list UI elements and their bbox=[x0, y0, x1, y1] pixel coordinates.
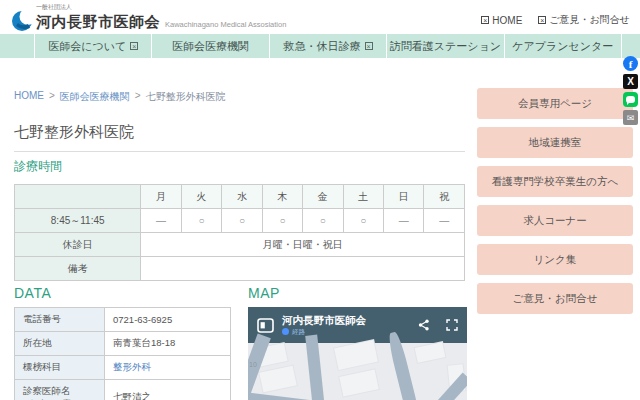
breadcrumb: HOME > 医師会医療機関 > 七野整形外科医院 bbox=[14, 90, 226, 104]
directions-label: 経路 bbox=[292, 328, 305, 336]
slot-fri: ○ bbox=[303, 209, 343, 233]
breadcrumb-home[interactable]: HOME bbox=[14, 90, 44, 104]
map-place-icon[interactable] bbox=[257, 318, 274, 333]
sidebar-item-links[interactable]: リンク集 bbox=[477, 244, 633, 275]
day-header: 月 bbox=[141, 185, 181, 209]
notes-label: 備考 bbox=[15, 257, 141, 281]
sidebar-item-members[interactable]: 会員専用ページ bbox=[477, 88, 633, 119]
nav-item-about[interactable]: 医師会について × bbox=[34, 34, 151, 58]
map-road bbox=[305, 335, 327, 400]
map-building bbox=[334, 340, 378, 370]
schedule-table: 月 火 水 木 金 土 日 祝 8:45～11:45 — ○ ○ ○ ○ ○ —… bbox=[14, 184, 465, 281]
contact-link-label: ご意見・お問合せ bbox=[549, 13, 630, 27]
day-header: 日 bbox=[384, 185, 424, 209]
closed-days-row: 休診日 月曜・日曜・祝日 bbox=[15, 233, 465, 257]
table-row: 診察医師名 （認定医・専門医） 七野清之 bbox=[15, 380, 231, 400]
map-building bbox=[415, 342, 446, 362]
header-utility-links: × HOME × ご意見・お問合せ bbox=[481, 13, 630, 27]
facebook-share-icon[interactable]: f bbox=[623, 56, 638, 71]
page-title: 七野整形外科医院 bbox=[14, 123, 465, 152]
time-slot-label: 8:45～11:45 bbox=[15, 209, 141, 233]
breadcrumb-institutions[interactable]: 医師会医療機関 bbox=[60, 90, 130, 104]
slot-mon: — bbox=[141, 209, 181, 233]
nav-item-label: 救急・休日診療 bbox=[284, 39, 361, 54]
day-header: 祝 bbox=[424, 185, 465, 209]
day-header: 水 bbox=[222, 185, 262, 209]
slot-hol: — bbox=[424, 209, 465, 233]
external-link-icon: × bbox=[365, 42, 373, 50]
map-road-label: 10 bbox=[249, 361, 257, 368]
site-title: 河内長野市医師会 bbox=[36, 13, 160, 32]
table-row: 電話番号 0721-63-6925 bbox=[15, 308, 231, 332]
map-directions-link[interactable]: 経路 bbox=[282, 328, 366, 336]
map-header: 河内長野市医師会 経路 bbox=[248, 307, 467, 343]
external-link-icon: × bbox=[130, 42, 138, 50]
map-canvas[interactable]: 10 bbox=[248, 343, 467, 400]
slot-sun: — bbox=[384, 209, 424, 233]
main-nav: 医師会について × 医師会医療機関 救急・休日診療 × 訪問看護ステーション ケ… bbox=[0, 34, 640, 58]
sidebar-item-contact[interactable]: ご意見・お問合せ bbox=[477, 283, 633, 314]
embedded-map[interactable]: 河内長野市医師会 経路 10 bbox=[248, 307, 467, 400]
schedule-corner-cell bbox=[15, 185, 141, 209]
day-header: 土 bbox=[343, 185, 383, 209]
address-label: 所在地 bbox=[15, 332, 105, 356]
schedule-header-row: 月 火 水 木 金 土 日 祝 bbox=[15, 185, 465, 209]
sidebar-item-jobs[interactable]: 求人コーナー bbox=[477, 205, 633, 236]
sidebar-item-regional-liaison[interactable]: 地域連携室 bbox=[477, 127, 633, 158]
doctor-value: 七野清之 bbox=[105, 380, 231, 400]
nav-item-label: 訪問看護ステーション bbox=[390, 39, 501, 54]
nav-item-institutions[interactable]: 医師会医療機関 bbox=[151, 34, 268, 58]
nav-item-label: 医師会医療機関 bbox=[172, 39, 249, 54]
closed-days-value: 月曜・日曜・祝日 bbox=[141, 233, 465, 257]
nav-item-care-plan[interactable]: ケアプランセンター bbox=[504, 34, 622, 58]
specialty-link[interactable]: 整形外科 bbox=[113, 361, 151, 372]
table-row: 標榜科目 整形外科 bbox=[15, 356, 231, 380]
mail-icon: × bbox=[538, 16, 546, 24]
email-share-icon[interactable]: ✉ bbox=[623, 110, 638, 125]
map-heading: MAP bbox=[248, 285, 280, 301]
map-place-title[interactable]: 河内長野市医師会 bbox=[282, 314, 366, 327]
slot-thu: ○ bbox=[262, 209, 302, 233]
x-share-icon[interactable]: X bbox=[623, 74, 638, 89]
phone-label: 電話番号 bbox=[15, 308, 105, 332]
logo-crescent-icon bbox=[12, 8, 34, 32]
map-building bbox=[259, 366, 296, 393]
social-share-rail: f X ✉ bbox=[623, 56, 638, 125]
org-type-label: 一般社団法人 bbox=[36, 3, 286, 12]
map-building bbox=[339, 369, 378, 396]
line-share-icon[interactable] bbox=[623, 92, 638, 107]
map-road bbox=[412, 373, 467, 400]
home-link-label: HOME bbox=[492, 15, 522, 26]
site-header: 一般社団法人 河内長野市医師会 Kawachinagano Medical As… bbox=[0, 0, 640, 34]
line-bubble-icon bbox=[626, 96, 635, 103]
schedule-heading: 診療時間 bbox=[14, 158, 62, 175]
site-subtitle: Kawachinagano Medical Assosiation bbox=[165, 20, 286, 29]
specialty-label: 標榜科目 bbox=[15, 356, 105, 380]
home-icon: × bbox=[481, 16, 489, 24]
directions-icon bbox=[282, 328, 289, 335]
notes-value bbox=[141, 257, 465, 281]
day-header: 金 bbox=[303, 185, 343, 209]
closed-days-label: 休診日 bbox=[15, 233, 141, 257]
clinic-data-table: 電話番号 0721-63-6925 所在地 南青葉台18-18 標榜科目 整形外… bbox=[14, 307, 231, 400]
day-header: 木 bbox=[262, 185, 302, 209]
home-link[interactable]: × HOME bbox=[481, 13, 522, 27]
contact-link[interactable]: × ご意見・お問合せ bbox=[538, 13, 630, 27]
slot-sat: ○ bbox=[343, 209, 383, 233]
schedule-time-row: 8:45～11:45 — ○ ○ ○ ○ ○ — — bbox=[15, 209, 465, 233]
slot-wed: ○ bbox=[222, 209, 262, 233]
table-row: 所在地 南青葉台18-18 bbox=[15, 332, 231, 356]
site-logo[interactable]: 一般社団法人 河内長野市医師会 Kawachinagano Medical As… bbox=[12, 3, 286, 32]
slot-tue: ○ bbox=[181, 209, 221, 233]
breadcrumb-current: 七野整形外科医院 bbox=[146, 90, 226, 104]
address-value: 南青葉台18-18 bbox=[105, 332, 231, 356]
notes-row: 備考 bbox=[15, 257, 465, 281]
nav-item-visiting-nurse[interactable]: 訪問看護ステーション bbox=[386, 34, 503, 58]
breadcrumb-separator: > bbox=[135, 90, 141, 104]
breadcrumb-separator: > bbox=[49, 90, 55, 104]
sidebar-item-nursing-school-alumni[interactable]: 看護専門学校卒業生の方へ bbox=[477, 166, 633, 197]
day-header: 火 bbox=[181, 185, 221, 209]
nav-item-emergency[interactable]: 救急・休日診療 × bbox=[269, 34, 386, 58]
share-icon[interactable] bbox=[418, 319, 430, 331]
fullscreen-icon[interactable] bbox=[446, 319, 458, 331]
